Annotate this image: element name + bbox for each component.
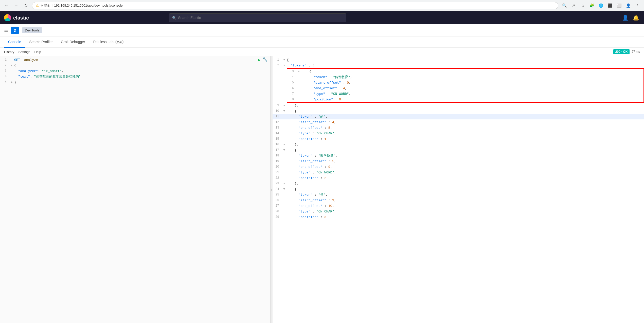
search-placeholder: Search Elastic xyxy=(178,16,201,20)
editor-panels: ▶ 🔧 1 GET _analyze 2 ▼ { 3 xyxy=(0,56,644,323)
code-line: 18 "token" : "教学质量", xyxy=(273,153,644,158)
url-text: 192.168.245.151:5601/app/dev_tools#/cons… xyxy=(54,4,122,7)
devtools-area: History Settings Help 200 - OK 27 ms ▶ 🔧… xyxy=(0,48,644,323)
code-line: 1 GET _analyze xyxy=(0,57,270,63)
code-line: 29 "position" : 3 xyxy=(273,214,644,220)
request-editor[interactable]: ▶ 🔧 1 GET _analyze 2 ▼ { 3 xyxy=(0,56,270,323)
search-icon: 🔍 xyxy=(172,16,176,20)
code-line: 4 "text": "传智教育的教学质量是杠杠的" xyxy=(0,74,270,79)
code-line: 5 "start_offset" : 0, xyxy=(287,80,643,85)
run-button[interactable]: ▶ xyxy=(258,57,261,63)
code-line: 7 "type" : "CN_WORD", xyxy=(287,91,643,97)
action-buttons: ▶ 🔧 xyxy=(258,57,268,63)
extensions-button[interactable]: ⬛ xyxy=(606,2,614,9)
elastic-logo[interactable]: elastic xyxy=(4,14,29,21)
code-line: 19 "start_offset" : 5, xyxy=(273,158,644,164)
panel-divider[interactable]: ⋮ xyxy=(271,56,273,323)
logo-icon xyxy=(4,14,11,21)
tab-grok-debugger[interactable]: Grok Debugger xyxy=(57,37,89,48)
app-toolbar: ☰ D Dev Tools xyxy=(0,24,644,37)
code-line: 6 "end_offset" : 4, xyxy=(287,85,643,91)
zoom-button[interactable]: 🔍 xyxy=(561,2,568,9)
code-line: 13 "end_offset" : 5, xyxy=(273,125,644,131)
code-line: 12 "start_offset" : 4, xyxy=(273,119,644,125)
browser-chrome: ← → ↻ ⚠ 不安全 | 192.168.245.151:5601/app/d… xyxy=(0,0,644,11)
code-line: 17 ▼ { xyxy=(273,147,644,153)
code-line: 4 "token" : "传智教育", xyxy=(287,74,643,80)
status-badge: 200 - OK xyxy=(613,49,630,54)
bookmark-button[interactable]: ☆ xyxy=(579,2,586,9)
code-line: 9 ▲ }, xyxy=(273,103,644,108)
security-warning: 不安全 xyxy=(40,3,50,8)
global-search-bar[interactable]: 🔍 Search Elastic xyxy=(169,13,346,22)
code-line: 2 ▼ { xyxy=(0,63,270,68)
tabs-bar: Console Search Profiler Grok Debugger Pa… xyxy=(0,37,644,48)
share-button[interactable]: ↗ xyxy=(570,2,577,9)
beta-badge: true xyxy=(115,40,123,44)
header-right-icons: 👤 🔔 xyxy=(622,14,640,22)
logo-text: elastic xyxy=(13,15,29,21)
help-button[interactable]: Help xyxy=(34,50,41,54)
code-line: 3 ▼ { xyxy=(287,69,643,74)
menu-button[interactable]: ⋮ xyxy=(634,2,641,9)
code-line: 3 "analyzer": "ik_smart", xyxy=(0,68,270,74)
user-letter-badge: D xyxy=(11,27,19,34)
hamburger-menu[interactable]: ☰ xyxy=(4,28,8,33)
code-line: 16 ▲ }, xyxy=(273,142,644,147)
status-area: 200 - OK 27 ms xyxy=(613,49,640,54)
code-line: 5 ▲ } xyxy=(0,79,270,85)
code-line: 24 ▼ { xyxy=(273,186,644,192)
security-icon: ⚠ xyxy=(36,4,39,7)
tab-search-profiler[interactable]: Search Profiler xyxy=(25,37,57,48)
code-line: 2 ▼ "tokens" : [ xyxy=(273,63,644,68)
code-line: 28 "type" : "CN_CHAR", xyxy=(273,209,644,214)
address-bar[interactable]: ⚠ 不安全 | 192.168.245.151:5601/app/dev_too… xyxy=(32,2,558,9)
back-button[interactable]: ← xyxy=(3,2,10,9)
code-line: 23 ▲ }, xyxy=(273,181,644,186)
notifications-icon[interactable]: 🔔 xyxy=(632,14,640,22)
extension-button[interactable]: 🧩 xyxy=(588,2,595,9)
code-line: 22 "position" : 2 xyxy=(273,175,644,181)
browser-toolbar-icons: 🔍 ↗ ☆ 🧩 🌐 ⬛ ⬜ 👤 ⋮ xyxy=(561,2,641,9)
code-line: 8 "position" : 0 xyxy=(287,97,643,102)
tab-console[interactable]: Console xyxy=(4,37,25,48)
profile-button[interactable]: 👤 xyxy=(625,2,632,9)
translate-button[interactable]: 🌐 xyxy=(597,2,604,9)
code-line: 21 "type" : "CN_WORD", xyxy=(273,170,644,175)
code-line: 25 "token" : "是", xyxy=(273,192,644,198)
code-line: 20 "end_offset" : 9, xyxy=(273,164,644,170)
code-line: 1 ▼ { xyxy=(273,57,644,63)
secondary-toolbar: History Settings Help 200 - OK 27 ms xyxy=(0,48,644,56)
history-button[interactable]: History xyxy=(4,50,14,54)
response-panel[interactable]: 1 ▼ { 2 ▼ "tokens" : [ 3 ▼ { xyxy=(273,56,644,323)
settings-button[interactable]: Settings xyxy=(18,50,30,54)
app-name-badge: Dev Tools xyxy=(22,27,42,33)
code-line: 10 ▼ { xyxy=(273,108,644,114)
split-screen-button[interactable]: ⬜ xyxy=(616,2,623,9)
highlighted-block: 3 ▼ { 4 "token" : "传智教育", 5 xyxy=(287,68,644,103)
code-line: 26 "start_offset" : 9, xyxy=(273,198,644,203)
code-line: 27 "end_offset" : 10, xyxy=(273,203,644,209)
elastic-header: elastic 🔍 Search Elastic 👤 🔔 xyxy=(0,11,644,24)
tab-painless-lab[interactable]: Painless Lab true xyxy=(89,37,128,48)
tools-button[interactable]: 🔧 xyxy=(263,57,268,63)
code-line: 11 "token" : "的", xyxy=(273,114,644,119)
status-time: 27 ms xyxy=(632,50,640,53)
code-line: 15 "position" : 1 xyxy=(273,136,644,142)
forward-button[interactable]: → xyxy=(13,2,20,9)
left-editor-panel: ▶ 🔧 1 GET _analyze 2 ▼ { 3 xyxy=(0,56,271,323)
response-editor: 1 ▼ { 2 ▼ "tokens" : [ 3 ▼ { xyxy=(273,56,644,323)
user-avatar-icon[interactable]: 👤 xyxy=(622,14,629,22)
code-line: 14 "type" : "CN_CHAR", xyxy=(273,131,644,136)
reload-button[interactable]: ↻ xyxy=(22,2,29,9)
